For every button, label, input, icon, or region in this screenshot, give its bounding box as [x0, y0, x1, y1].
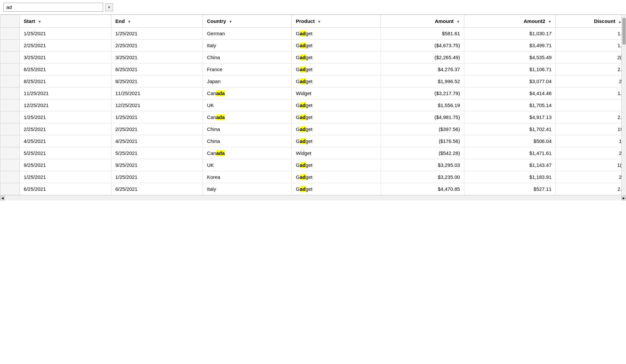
col-header-amount[interactable]: Amount ▼ — [381, 15, 464, 28]
highlight-product: ad — [300, 174, 306, 180]
cell-amount2: $1,030.17 — [464, 28, 555, 40]
table-body: 1/25/20211/25/2021GermanGadget$581.61$1,… — [0, 28, 626, 195]
cell-country: German — [203, 28, 292, 40]
cell-amount: ($397.56) — [381, 123, 464, 135]
table-row: 1/25/20211/25/2021CanadaGadget($4,981.75… — [0, 111, 626, 123]
scroll-right-arrow[interactable]: ▶ — [621, 196, 626, 200]
table-row: 1/25/20211/25/2021GermanGadget$581.61$1,… — [0, 28, 626, 40]
col-label-product: Product — [296, 18, 315, 24]
sort-icon-amount2: ▼ — [548, 20, 551, 24]
cell-product: Widget — [292, 87, 381, 99]
horizontal-scrollbar-bar: ◀ ▶ — [0, 195, 626, 200]
table-row: 5/25/20215/25/2021CanadaWidget($542.28)$… — [0, 147, 626, 159]
table-row: 6/25/20216/25/2021ItalyGadget$4,470.85$5… — [0, 183, 626, 195]
table-row: 2/25/20212/25/2021ItalyGadget($4,673.75)… — [0, 40, 626, 52]
highlight-product: ad — [300, 186, 306, 192]
cell-end: 9/25/2021 — [111, 159, 203, 171]
search-input[interactable] — [3, 3, 103, 12]
highlight-country: ada — [216, 150, 225, 156]
cell-start: 3/25/2021 — [20, 52, 111, 63]
cell-country: France — [203, 63, 292, 75]
cell-amount: $1,996.52 — [381, 75, 464, 87]
cell-product: Gadget — [292, 52, 381, 63]
cell-discount: 2. — [556, 183, 626, 195]
cell-country: Japan — [203, 75, 292, 87]
col-header-end[interactable]: End ▼ — [111, 15, 203, 28]
cell-start: 9/25/2021 — [20, 159, 111, 171]
cell-end: 1/25/2021 — [111, 28, 203, 40]
row-select-cell — [0, 75, 20, 87]
highlight-product: ad — [300, 138, 306, 144]
table-row: 9/25/20219/25/2021UKGadget$3,295.03$1,14… — [0, 159, 626, 171]
scrollbar-h-track[interactable] — [5, 196, 621, 200]
cell-end: 2/25/2021 — [111, 40, 203, 52]
cell-start: 1/25/2021 — [20, 28, 111, 40]
cell-amount: ($2,265.49) — [381, 52, 464, 63]
col-header-discount[interactable]: Discount ▲ — [556, 15, 626, 28]
cell-country: China — [203, 135, 292, 147]
cell-product: Gadget — [292, 63, 381, 75]
cell-end: 5/25/2021 — [111, 147, 203, 159]
table-row: 6/25/20216/25/2021FranceGadget$4,276.37$… — [0, 63, 626, 75]
highlight-product: ad — [300, 55, 306, 60]
col-header-country[interactable]: Country ▼ — [203, 15, 292, 28]
cell-amount: ($3,217.79) — [381, 87, 464, 99]
highlight-product: ad — [300, 66, 306, 72]
cell-end: 11/25/2021 — [111, 87, 203, 99]
table-header-row: Start ▼ End ▼ Country ▼ Product ▼ — [0, 15, 626, 28]
cell-country: Italy — [203, 40, 292, 52]
col-header-product[interactable]: Product ▼ — [292, 15, 381, 28]
cell-end: 1/25/2021 — [111, 111, 203, 123]
cell-amount2: $1,702.41 — [464, 123, 555, 135]
table-row: 11/25/202111/25/2021CanadaWidget($3,217.… — [0, 87, 626, 99]
cell-product: Gadget — [292, 111, 381, 123]
col-header-select — [0, 15, 20, 28]
cell-amount2: $506.04 — [464, 135, 555, 147]
cell-end: 6/25/2021 — [111, 63, 203, 75]
data-table-wrapper: Start ▼ End ▼ Country ▼ Product ▼ — [0, 15, 626, 200]
cell-country: UK — [203, 99, 292, 111]
table-row: 8/25/20218/25/2021JapanGadget$1,996.52$3… — [0, 75, 626, 87]
cell-product: Gadget — [292, 99, 381, 111]
row-select-cell — [0, 111, 20, 123]
row-select-cell — [0, 171, 20, 183]
cell-discount: 2. — [556, 63, 626, 75]
cell-amount2: $3,077.04 — [464, 75, 555, 87]
scroll-left-arrow[interactable]: ◀ — [0, 196, 5, 200]
cell-end: 3/25/2021 — [111, 52, 203, 63]
cell-discount: 1. — [556, 87, 626, 99]
cell-start: 4/25/2021 — [20, 135, 111, 147]
cell-product: Gadget — [292, 183, 381, 195]
cell-amount: ($542.28) — [381, 147, 464, 159]
col-header-start[interactable]: Start ▼ — [20, 15, 111, 28]
data-table: Start ▼ End ▼ Country ▼ Product ▼ — [0, 15, 626, 195]
cell-discount: 2 — [556, 147, 626, 159]
col-label-amount: Amount — [435, 18, 454, 24]
cell-discount: 2. — [556, 111, 626, 123]
vertical-scrollbar[interactable] — [621, 15, 626, 195]
search-clear-button[interactable]: × — [105, 3, 113, 11]
cell-discount: 2 — [556, 171, 626, 183]
cell-start: 8/25/2021 — [20, 75, 111, 87]
row-select-cell — [0, 87, 20, 99]
cell-amount: $4,276.37 — [381, 63, 464, 75]
cell-amount2: $527.11 — [464, 183, 555, 195]
highlight-product: ad — [300, 162, 306, 168]
cell-end: 2/25/2021 — [111, 123, 203, 135]
cell-amount: $3,235.00 — [381, 171, 464, 183]
cell-product: Gadget — [292, 135, 381, 147]
cell-discount: 1 — [556, 135, 626, 147]
cell-start: 6/25/2021 — [20, 183, 111, 195]
highlight-product: ad — [300, 126, 306, 132]
cell-amount: ($4,981.75) — [381, 111, 464, 123]
cell-amount: ($4,673.75) — [381, 40, 464, 52]
scrollbar-thumb[interactable] — [622, 18, 626, 45]
cell-amount2: $1,705.14 — [464, 99, 555, 111]
col-header-amount2[interactable]: Amount2 ▼ — [464, 15, 555, 28]
cell-discount: 1. — [556, 28, 626, 40]
col-label-country: Country — [207, 18, 226, 24]
col-label-end: End — [115, 18, 125, 24]
highlight-product: ad — [300, 114, 306, 120]
cell-amount2: $1,471.61 — [464, 147, 555, 159]
cell-product: Gadget — [292, 123, 381, 135]
